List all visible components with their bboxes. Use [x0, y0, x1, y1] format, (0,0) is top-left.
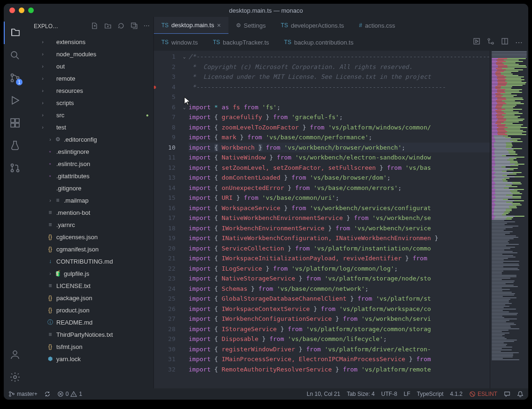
tree-item[interactable]: ≡.yarnrc [26, 219, 153, 231]
language-status[interactable]: TypeScript [417, 391, 444, 397]
svg-rect-6 [11, 123, 15, 127]
tree-item[interactable]: ›⚙.editorconfig [26, 133, 153, 145]
tree-item[interactable]: ◦.eslintrc.json [26, 158, 153, 170]
tab-settings[interactable]: ⚙Settings [228, 17, 274, 34]
svg-rect-4 [11, 119, 15, 122]
editor-more-actions-icon[interactable]: ⋯ [515, 38, 523, 47]
tree-item[interactable]: ≡.mention-bot [26, 206, 153, 219]
explorer-icon[interactable] [4, 22, 26, 44]
tree-item[interactable]: ›≡.mailmap [26, 194, 153, 206]
code-content[interactable]: /*--------------------------------------… [189, 51, 528, 388]
minimap[interactable] [490, 51, 528, 388]
tree-item[interactable]: ›node_modules [26, 48, 153, 60]
tree-item[interactable]: ›🧃gulpfile.js [26, 267, 153, 280]
run-file-icon[interactable] [473, 38, 480, 47]
problems-status[interactable]: 0 1 [57, 391, 82, 397]
tree-item[interactable]: ⓘREADME.md [26, 316, 153, 328]
eol-status[interactable]: LF [404, 391, 410, 397]
tree-item[interactable]: ↓CONTRIBUTING.md [26, 255, 153, 267]
svg-point-9 [11, 170, 14, 172]
new-folder-icon[interactable] [104, 22, 112, 31]
sync-status[interactable] [44, 391, 51, 397]
svg-point-12 [14, 376, 16, 379]
svg-point-0 [11, 52, 17, 57]
source-control-icon[interactable]: 1 [4, 67, 26, 89]
tree-item[interactable]: ›test [26, 121, 153, 133]
tab-desktop-main-ts[interactable]: TSdesktop.main.ts× [154, 17, 228, 34]
search-icon[interactable] [4, 44, 26, 67]
svg-point-8 [11, 164, 14, 167]
explorer-sidebar: EXPLO… ⋯ ›extensions›node_modules›out›re… [26, 17, 154, 388]
svg-point-18 [9, 392, 11, 394]
svg-point-19 [9, 395, 11, 397]
cursor-position-status[interactable]: Ln 10, Col 21 [307, 391, 340, 397]
tree-item[interactable]: ›extensions [26, 36, 153, 48]
svg-point-16 [492, 42, 494, 44]
scm-badge: 1 [16, 79, 23, 85]
fold-column[interactable]: ⌄⌄ [180, 51, 189, 388]
file-tree[interactable]: ›extensions›node_modules›out›remote›reso… [26, 36, 153, 388]
svg-point-15 [488, 38, 490, 40]
encoding-status[interactable]: UTF-8 [381, 391, 397, 397]
testing-icon[interactable] [4, 134, 26, 157]
tree-item[interactable]: ≡LICENSE.txt [26, 280, 153, 292]
tab-backuptracker-ts[interactable]: TSbackupTracker.ts [205, 34, 277, 51]
tree-item[interactable]: ›resources [26, 84, 153, 97]
git-branch-status[interactable]: master+ [8, 391, 38, 397]
compare-changes-icon[interactable] [487, 38, 494, 47]
tree-item[interactable]: {}cgmanifest.json [26, 243, 153, 255]
svg-rect-14 [474, 38, 479, 44]
tree-item[interactable]: ◦.gitattributes [26, 170, 153, 182]
notifications-icon[interactable] [517, 391, 524, 397]
tree-item[interactable]: ›remote [26, 72, 153, 84]
accounts-icon[interactable] [4, 343, 26, 366]
tree-item[interactable]: ◦.eslintignore [26, 145, 153, 158]
split-editor-icon[interactable] [501, 38, 509, 47]
tab-window-ts[interactable]: TSwindow.ts [154, 34, 205, 51]
sidebar-title: EXPLO… [34, 23, 91, 30]
svg-point-11 [13, 351, 17, 355]
status-bar: master+ 0 1 Ln 10, Col 21 Tab Size: 4 UT… [4, 388, 528, 400]
tree-item[interactable]: .gitignore [26, 182, 153, 194]
tab-developeractions-ts[interactable]: TSdeveloperActions.ts [274, 17, 352, 34]
new-file-icon[interactable] [91, 22, 99, 31]
tabs-row-2: TSwindow.tsTSbackupTracker.tsTSbackup.co… [154, 34, 528, 51]
feedback-icon[interactable] [504, 391, 510, 397]
svg-rect-7 [15, 123, 19, 127]
tab-actions-css[interactable]: #actions.css [351, 17, 403, 34]
tree-item[interactable]: ›out [26, 60, 153, 72]
tree-item[interactable]: ›src [26, 109, 153, 121]
tabs-row-1: TSdesktop.main.ts×⚙SettingsTSdeveloperAc… [154, 17, 528, 34]
svg-rect-13 [131, 23, 136, 27]
extensions-icon[interactable] [4, 112, 26, 134]
refresh-icon[interactable] [117, 22, 125, 31]
collapse-all-icon[interactable] [130, 22, 138, 31]
line-number-gutter[interactable]: 1234567891011121314151617181920212223242… [154, 51, 180, 388]
svg-rect-5 [15, 119, 19, 122]
window-title: desktop.main.ts — monaco [4, 7, 528, 14]
tree-item[interactable]: ›scripts [26, 97, 153, 109]
ts-version-status[interactable]: 4.1.2 [450, 391, 463, 397]
close-tab-icon[interactable]: × [217, 22, 220, 29]
tab-size-status[interactable]: Tab Size: 4 [347, 391, 374, 397]
tree-item[interactable]: {}tsfmt.json [26, 341, 153, 353]
svg-point-10 [17, 170, 19, 172]
svg-point-2 [11, 80, 14, 82]
tree-item[interactable]: ≡ThirdPartyNotices.txt [26, 328, 153, 341]
settings-gear-icon[interactable] [4, 366, 26, 388]
tab-backup-contribution-ts[interactable]: TSbackup.contribution.ts [277, 34, 361, 51]
tree-item[interactable]: {}cglicenses.json [26, 231, 153, 243]
pull-requests-icon[interactable] [4, 157, 26, 179]
run-debug-icon[interactable] [4, 89, 26, 112]
activity-bar: 1 [4, 17, 26, 388]
titlebar: desktop.main.ts — monaco [4, 4, 528, 17]
tree-item[interactable]: ⬢yarn.lock [26, 353, 153, 365]
tree-item[interactable]: {}product.json [26, 304, 153, 316]
tree-item[interactable]: {}package.json [26, 292, 153, 304]
more-actions-icon[interactable]: ⋯ [144, 22, 150, 31]
eslint-status[interactable]: ESLINT [469, 391, 497, 397]
svg-point-1 [11, 74, 14, 76]
